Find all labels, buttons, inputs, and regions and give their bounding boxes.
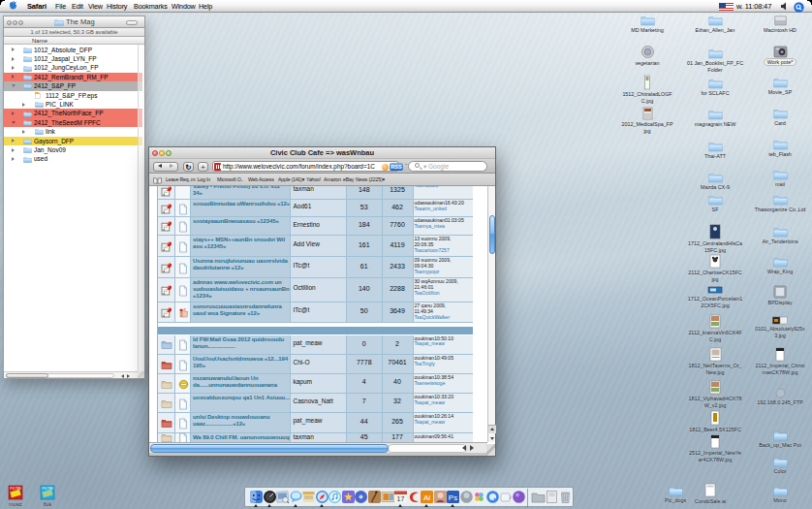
svg-text:17: 17 [397,495,405,502]
svg-text:Ps: Ps [449,493,457,502]
svg-text:Ai: Ai [423,493,430,502]
